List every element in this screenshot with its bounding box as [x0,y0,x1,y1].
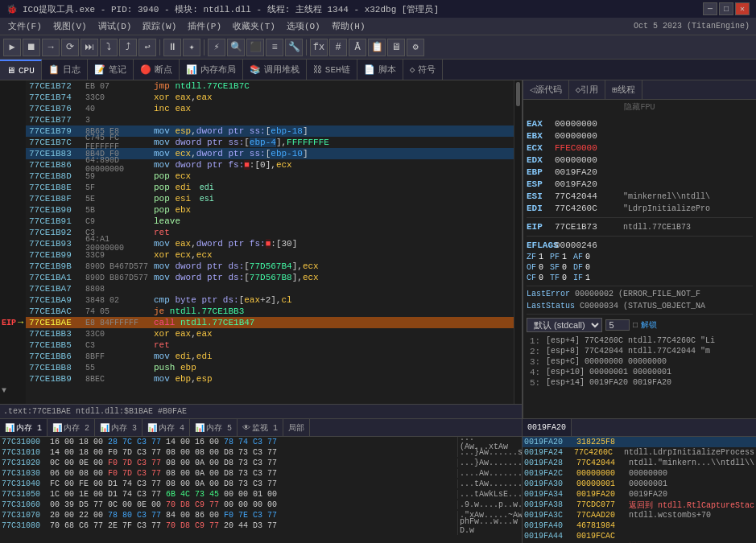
menu-options[interactable]: 选项(O) [282,19,325,33]
tab-script[interactable]: 📄 脚本 [357,60,403,80]
toolbar-btn-20[interactable]: 🖥 [387,39,405,56]
toolbar-btn-16[interactable]: fx [310,39,328,56]
menu-help[interactable]: 帮助(H) [327,19,370,33]
tab-symbols[interactable]: ◇ 符号 [403,60,444,80]
table-row[interactable]: 77CE1BB6 8BFF mov edi,edi [26,351,514,362]
minimize-button[interactable]: ─ [703,2,717,15]
table-row[interactable]: 77CE1BB3 33C0 xor eax,eax [26,328,514,339]
toolbar-btn-21[interactable]: ⚙ [407,39,424,56]
mem-tab-3[interactable]: 📊 内存 3 [95,419,143,436]
flag-cf[interactable]: CF 0 [527,274,543,282]
menu-file[interactable]: 文件(F) [3,19,47,33]
reg-ebx[interactable]: EBX 00000000 [527,130,753,142]
close-button[interactable]: ✕ [735,2,750,15]
tab-callstack[interactable]: 📚 调用堆栈 [243,60,307,80]
title-bar-controls[interactable]: ─ □ ✕ [703,2,750,15]
toolbar-btn-17[interactable]: # [329,39,347,56]
flag-of[interactable]: OF 0 [527,263,543,272]
table-row[interactable]: 77CE1B76 40 inc eax [26,103,514,114]
tab-threads[interactable]: ⊞ 线程 [605,80,642,99]
reg-edi[interactable]: EDI 77C4260C "LdrpInitializePro [527,203,753,214]
toolbar-btn-6[interactable]: ⤵ [100,39,118,56]
flag-pf[interactable]: PF 1 [550,253,567,261]
disasm-scroll[interactable]: 77CE1B72 EB 07 jmp ntdll.77CE1B7C 77CE1B… [26,80,514,404]
tab-references[interactable]: ◇ 引用 [569,80,606,99]
reg-edx[interactable]: EDX 00000000 [527,154,753,166]
table-row[interactable]: 77CE1B9B 890D B467D577 mov dword ptr ds:… [26,261,514,272]
arg-count-input[interactable] [605,319,630,331]
toolbar-btn-8[interactable]: ↩ [138,39,156,56]
table-row[interactable]: 77CE1B7C C745 FC FEFFFFF mov dword ptr s… [26,137,514,148]
toolbar-btn-7[interactable]: ⤴ [119,39,137,56]
tab-breakpoints[interactable]: 🔴 断点 [134,60,180,80]
table-row[interactable]: 77CE1B72 EB 07 jmp ntdll.77CE1B7C [26,80,514,92]
eflags-row[interactable]: EFLAGS 00000246 [527,240,753,251]
mem-tab-2[interactable]: 📊 内存 2 [48,419,95,436]
tab-source[interactable]: ◁ 源代码 [523,80,569,99]
toolbar-btn-2[interactable]: ⏹ [23,39,40,56]
reg-ecx[interactable]: ECX FFEC0000 [527,142,753,154]
toolbar-btn-10[interactable]: ✦ [183,39,200,56]
flag-if[interactable]: IF 1 [573,274,590,282]
stack-tab[interactable]: 0019FA20 [523,419,572,436]
table-row[interactable]: 77CE1B99 33C9 xor ecx,ecx [26,249,514,261]
table-row[interactable]: 77CE1B91 C9 leave [26,216,514,227]
memory-content[interactable]: 77C31000 16 00 18 00 28 7C C3 77 14 00 1… [0,437,522,543]
tab-log[interactable]: 📋 日志 [42,60,88,80]
menu-debug[interactable]: 调试(D) [93,19,137,33]
table-row[interactable]: 77CE1BB9 8BEC mov ebp,esp [26,373,514,385]
toolbar-btn-1[interactable]: ▶ [3,39,21,56]
mem-tab-4[interactable]: 📊 内存 4 [143,419,190,436]
toolbar-btn-5[interactable]: ⏭ [81,39,98,56]
reg-eip[interactable]: EIP 77CE1B73 ntdll.77CE1B73 [527,221,753,232]
table-row[interactable]: 77CE1B8E 5F pop edi edi [26,182,514,193]
table-row[interactable]: 77CE1B77 3 [26,114,514,125]
menu-favorites[interactable]: 收藏夹(T) [228,19,280,33]
reg-eax[interactable]: EAX 00000000 [527,118,753,130]
reg-esi[interactable]: ESI 77C42044 "minkernel\\ntdll\ [527,191,753,202]
table-row[interactable]: 77CE1BA9 3848 02 cmp byte ptr ds:[eax+2]… [26,294,514,306]
tab-cpu[interactable]: 🖥 CPU [0,60,42,80]
toolbar-btn-4[interactable]: ⟳ [61,39,79,56]
table-row[interactable]: 77CE1BB5 C3 ret [26,339,514,351]
mem-tab-5[interactable]: 📊 内存 5 [190,419,238,436]
calling-convention-select[interactable]: 默认 (stdcall) [527,318,602,332]
table-row[interactable]: 77CE1B86 64:890D 00000000 mov dword ptr … [26,159,514,171]
table-row[interactable]: 77CE1B8F 5E pop esi esi [26,193,514,204]
table-row[interactable]: 77CE1BA7 8808 [26,283,514,294]
toolbar-btn-15[interactable]: 🔧 [285,39,303,56]
table-row[interactable]: 77CE1BB8 55 push ebp [26,362,514,373]
table-row[interactable]: 77CE1BAE E8 84FFFFFF call ntdll.77CE1B47 [26,317,514,328]
mem-tab-1[interactable]: 📊 内存 1 [0,419,48,436]
tab-seh[interactable]: ⛓ SEH链 [307,60,357,80]
toolbar-btn-3[interactable]: → [42,39,60,56]
flag-tf[interactable]: TF 0 [550,274,567,282]
flag-af[interactable]: AF 0 [573,253,590,261]
maximize-button[interactable]: □ [719,2,733,15]
table-row[interactable]: 77CE1BA1 890D B867D577 mov dword ptr ds:… [26,272,514,283]
reg-ebp[interactable]: EBP 0019FA20 [527,167,753,178]
flag-zf[interactable]: ZF 1 [527,253,543,261]
toolbar-btn-18[interactable]: Ā [349,39,366,56]
mem-tab-watch[interactable]: 👁 监视 1 [238,419,283,436]
table-row[interactable]: 77CE1B93 64:A1 30000000 mov eax,dword pt… [26,238,514,249]
toolbar-btn-19[interactable]: 📋 [368,39,386,56]
table-row[interactable]: 77CE1B90 5B pop ebx [26,204,514,216]
toolbar-btn-12[interactable]: 🔍 [227,39,245,56]
reg-esp[interactable]: ESP 0019FA20 [527,179,753,190]
table-row[interactable]: 77CE1B74 33C0 xor eax,eax [26,92,514,103]
toolbar-btn-11[interactable]: ⚡ [208,39,225,56]
flag-df[interactable]: DF 0 [573,263,590,272]
menu-view[interactable]: 视图(V) [48,19,92,33]
toolbar-btn-14[interactable]: ≡ [266,39,283,56]
menu-plugins[interactable]: 插件(P) [183,19,226,33]
unlock-button[interactable]: 解锁 [641,319,657,331]
table-row[interactable]: 77CE1BAC 74 05 je ntdll.77CE1BB3 [26,306,514,317]
tab-memory-layout[interactable]: 📊 内存布局 [180,60,243,80]
menu-trace[interactable]: 跟踪(W) [138,19,181,33]
toolbar-btn-13[interactable]: ⬛ [246,39,264,56]
stack-content[interactable]: 0019FA20 318225F8 0019FA24 77C4260C ntdl… [523,437,756,543]
flag-sf[interactable]: SF 0 [550,263,567,272]
toolbar-btn-9[interactable]: ⏸ [163,39,181,56]
tab-notes[interactable]: 📝 笔记 [88,60,134,80]
